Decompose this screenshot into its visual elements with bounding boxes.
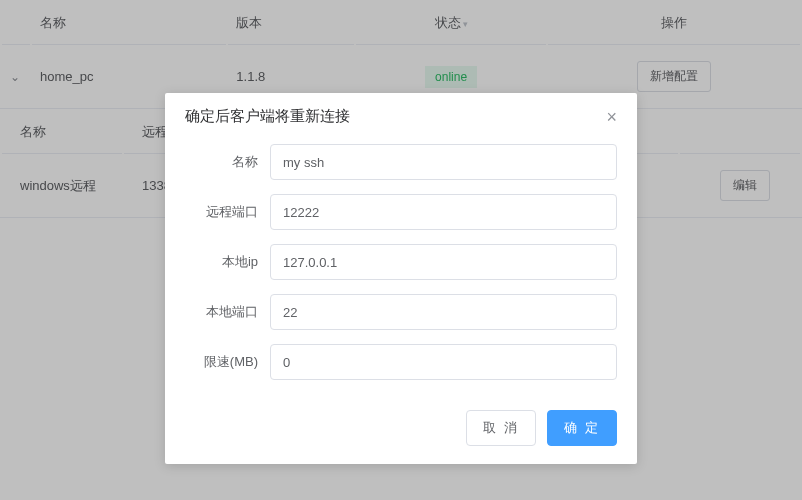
label-name: 名称 xyxy=(185,153,270,171)
confirm-button[interactable]: 确 定 xyxy=(547,410,617,446)
label-remote-port: 远程端口 xyxy=(185,203,270,221)
label-limit: 限速(MB) xyxy=(185,353,270,371)
modal-overlay: 确定后客户端将重新连接 × 名称 远程端口 本地ip 本地端口 限速(MB) xyxy=(0,0,802,500)
remote-port-input[interactable] xyxy=(270,194,617,230)
label-local-port: 本地端口 xyxy=(185,303,270,321)
name-input[interactable] xyxy=(270,144,617,180)
limit-input[interactable] xyxy=(270,344,617,380)
local-port-input[interactable] xyxy=(270,294,617,330)
close-icon[interactable]: × xyxy=(606,108,617,126)
local-ip-input[interactable] xyxy=(270,244,617,280)
label-local-ip: 本地ip xyxy=(185,253,270,271)
modal-title: 确定后客户端将重新连接 xyxy=(185,107,350,126)
cancel-button[interactable]: 取 消 xyxy=(466,410,536,446)
edit-config-modal: 确定后客户端将重新连接 × 名称 远程端口 本地ip 本地端口 限速(MB) xyxy=(165,93,637,464)
